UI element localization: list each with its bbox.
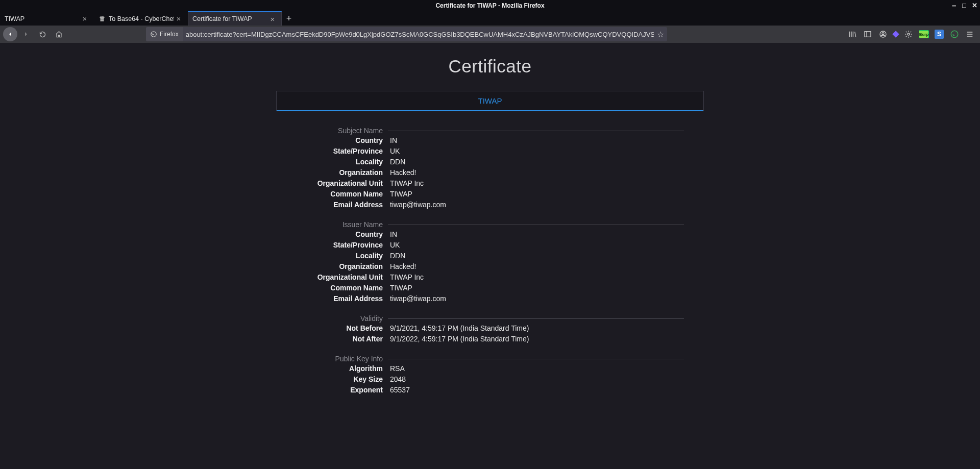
cert-row: Not Before9/1/2021, 4:59:17 PM (India St… bbox=[296, 324, 684, 335]
section-divider bbox=[388, 318, 684, 319]
cert-row: CountryIN bbox=[296, 230, 684, 241]
close-icon[interactable]: × bbox=[268, 15, 277, 23]
cert-row-value: TIWAP bbox=[383, 190, 412, 201]
window-minimize-button[interactable]: ‒ bbox=[949, 0, 959, 11]
svg-point-6 bbox=[908, 33, 910, 35]
cert-row: Not After9/1/2022, 4:59:17 PM (India Sta… bbox=[296, 335, 684, 345]
section-header: Issuer Name bbox=[296, 220, 684, 229]
cert-row-key: State/Province bbox=[296, 147, 383, 158]
window-title: Certificate for TIWAP - Mozilla Firefox bbox=[435, 2, 544, 9]
section-title: Subject Name bbox=[296, 127, 383, 135]
cert-row-key: Organization bbox=[296, 168, 383, 179]
cert-row-value: Hacked! bbox=[383, 262, 416, 273]
cert-row: CountryIN bbox=[296, 136, 684, 147]
cert-row: Common NameTIWAP bbox=[296, 190, 684, 201]
cert-row-key: Key Size bbox=[296, 375, 383, 386]
cert-row-value: UK bbox=[383, 147, 400, 158]
cert-tab-tiwap[interactable]: TIWAP bbox=[277, 91, 703, 111]
cert-row: State/ProvinceUK bbox=[296, 147, 684, 158]
cert-row-key: Locality bbox=[296, 158, 383, 168]
home-button[interactable] bbox=[51, 27, 66, 42]
back-button[interactable] bbox=[3, 27, 17, 41]
sidebar-icon[interactable] bbox=[861, 27, 875, 41]
section-divider bbox=[388, 359, 684, 359]
cert-row-key: Email Address bbox=[296, 201, 383, 211]
cert-row-key: Organization bbox=[296, 262, 383, 273]
cert-row-value: TIWAP Inc bbox=[383, 273, 424, 284]
identity-label: Firefox bbox=[160, 31, 179, 38]
cert-row-value: DDN bbox=[383, 252, 405, 262]
cert-row: State/ProvinceUK bbox=[296, 241, 684, 252]
cert-row-key: Algorithm bbox=[296, 364, 383, 375]
bookmark-star-icon[interactable]: ☆ bbox=[654, 30, 667, 39]
wappalyzer-icon[interactable] bbox=[891, 30, 900, 39]
cert-row-value: RSA bbox=[383, 364, 405, 375]
url-bar[interactable]: Firefox about:certificate?cert=MIIDgzCCA… bbox=[146, 27, 667, 41]
tab-tiwap[interactable]: TIWAP × bbox=[0, 11, 94, 26]
cert-section: ValidityNot Before9/1/2021, 4:59:17 PM (… bbox=[296, 305, 684, 345]
content-scroll[interactable]: Certificate TIWAP Subject NameCountryINS… bbox=[0, 43, 980, 469]
cert-section: Issuer NameCountryINState/ProvinceUKLoca… bbox=[296, 211, 684, 305]
svg-rect-1 bbox=[865, 32, 871, 37]
cert-row-value: UK bbox=[383, 241, 400, 252]
tab-label: TIWAP bbox=[5, 15, 80, 22]
svg-marker-5 bbox=[892, 31, 899, 38]
settings-gear-icon[interactable] bbox=[901, 27, 916, 41]
cert-row: Organizational UnitTIWAP Inc bbox=[296, 179, 684, 190]
hackbar-icon[interactable] bbox=[947, 27, 962, 41]
cert-row: Exponent65537 bbox=[296, 386, 684, 397]
window-close-button[interactable]: ✕ bbox=[970, 0, 979, 11]
cert-row-value: 2048 bbox=[383, 375, 406, 386]
tab-cyberchef[interactable]: To Base64 - CyberChef × bbox=[94, 11, 188, 26]
navbar: Firefox about:certificate?cert=MIIDgzCCA… bbox=[0, 26, 980, 43]
cert-row-key: Email Address bbox=[296, 294, 383, 305]
cert-row-value: 9/1/2021, 4:59:17 PM (India Standard Tim… bbox=[383, 324, 529, 335]
cert-row: OrganizationHacked! bbox=[296, 262, 684, 273]
svg-point-4 bbox=[882, 33, 884, 35]
hamburger-menu-icon[interactable] bbox=[963, 27, 977, 41]
cert-row-value: Hacked! bbox=[383, 168, 416, 179]
cert-tab-box: TIWAP bbox=[276, 91, 704, 111]
forward-button bbox=[18, 27, 34, 42]
cert-row: OrganizationHacked! bbox=[296, 168, 684, 179]
cert-row-value: IN bbox=[383, 136, 397, 147]
cert-row-key: Common Name bbox=[296, 190, 383, 201]
cert-row-key: Organizational Unit bbox=[296, 179, 383, 190]
section-title: Issuer Name bbox=[296, 220, 383, 229]
cert-row-key: Organizational Unit bbox=[296, 273, 383, 284]
firefox-icon bbox=[150, 31, 157, 38]
new-tab-button[interactable]: + bbox=[282, 11, 296, 26]
section-divider bbox=[388, 225, 684, 225]
identity-box[interactable]: Firefox bbox=[146, 27, 183, 41]
reload-button[interactable] bbox=[35, 27, 50, 42]
tab-certificate[interactable]: Certificate for TIWAP × bbox=[188, 11, 282, 26]
cert-row: AlgorithmRSA bbox=[296, 364, 684, 375]
cert-section: Public Key InfoAlgorithmRSAKey Size2048E… bbox=[296, 345, 684, 397]
cert-row-key: Not After bbox=[296, 335, 383, 345]
cert-row-key: Country bbox=[296, 136, 383, 147]
cert-row-key: Exponent bbox=[296, 386, 383, 397]
cert-row: LocalityDDN bbox=[296, 252, 684, 262]
cert-row-value: tiwap@tiwap.com bbox=[383, 201, 446, 211]
cert-row-value: 9/1/2022, 4:59:17 PM (India Standard Tim… bbox=[383, 335, 529, 345]
section-header: Public Key Info bbox=[296, 355, 684, 363]
cert-row-value: DDN bbox=[383, 158, 405, 168]
cert-row-value: 65537 bbox=[383, 386, 410, 397]
section-header: Subject Name bbox=[296, 127, 684, 135]
burp-icon[interactable]: Burp bbox=[917, 27, 931, 41]
cert-row-key: Common Name bbox=[296, 284, 383, 294]
cert-row: Common NameTIWAP bbox=[296, 284, 684, 294]
library-icon[interactable] bbox=[845, 27, 860, 41]
address-text: about:certificate?cert=MIIDgzCCAmsCFEekd… bbox=[183, 31, 654, 38]
cert-section: Subject NameCountryINState/ProvinceUKLoc… bbox=[296, 111, 684, 211]
cert-row-value: TIWAP bbox=[383, 284, 412, 294]
close-icon[interactable]: × bbox=[80, 14, 89, 23]
cert-row-value: tiwap@tiwap.com bbox=[383, 294, 446, 305]
close-icon[interactable]: × bbox=[174, 14, 183, 23]
cert-row: Email Addresstiwap@tiwap.com bbox=[296, 294, 684, 305]
s-extension-icon[interactable]: S bbox=[932, 27, 946, 41]
account-icon[interactable] bbox=[876, 27, 890, 41]
cert-row: Key Size2048 bbox=[296, 375, 684, 386]
window-maximize-button[interactable]: □ bbox=[960, 0, 969, 11]
chef-icon bbox=[99, 15, 106, 22]
